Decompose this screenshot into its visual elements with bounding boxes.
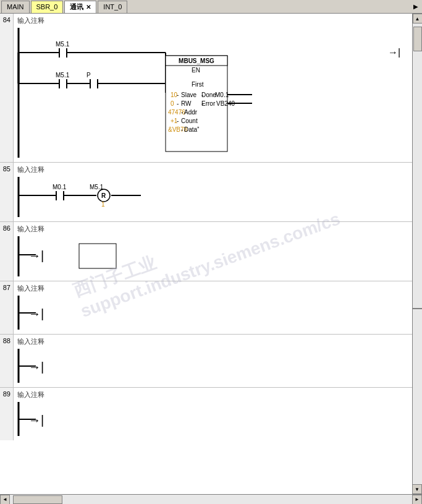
section-85: 85 输入注释 M0.1 M5.1 R (0, 163, 412, 222)
tab-bar: MAIN SBR_0 通讯 ✕ INT_0 ▶ (0, 0, 422, 14)
svg-rect-35 (79, 244, 116, 268)
ladder-svg-85: M0.1 M5.1 R 1 (17, 177, 400, 217)
tab-sbr0[interactable]: SBR_0 (31, 1, 64, 13)
line-number-84: 84 (0, 14, 14, 162)
comment-89: 输入注释 (17, 390, 410, 399)
contact1-label: M5.1 (56, 41, 70, 48)
rung-end-84: →| (388, 47, 400, 58)
block-en: EN (192, 67, 200, 74)
tab-int0[interactable]: INT_0 (98, 1, 127, 13)
comment-87: 输入注释 (17, 284, 410, 293)
line-number-87: 87 (0, 281, 14, 334)
block-count-dash: - (177, 117, 179, 124)
ladder-svg-89: →| (17, 402, 400, 436)
section-body-87: 输入注释 →| (14, 281, 412, 334)
line-number-85: 85 (0, 163, 14, 221)
scroll-down-button[interactable]: ▼ (412, 484, 422, 494)
contact-85-label: M0.1 (53, 184, 67, 190)
block-title: MBUS_MSG (179, 58, 214, 64)
scrollbar-bottom: ◄ ► (0, 494, 422, 504)
block-rw-dash: - (177, 100, 179, 107)
block-count-lbl: Count (181, 117, 198, 124)
block-done-dash: - (201, 92, 203, 98)
section-body-86: 输入注释 →| (14, 222, 412, 281)
block-error-dash: - (201, 100, 203, 107)
rung-end-88: →| (28, 360, 44, 374)
section-86: 86 输入注释 →| (0, 222, 412, 281)
scroll-track-right[interactable] (413, 23, 423, 494)
section-body-84: 输入注释 M5.1 (14, 14, 412, 162)
section-88: 88 输入注释 →| (0, 335, 412, 388)
scroll-track-bottom[interactable] (10, 495, 412, 505)
block-done-lbl: Done (201, 92, 216, 98)
tab-main[interactable]: MAIN (1, 1, 30, 13)
ladder-svg-87: →| (17, 296, 400, 330)
scroll-left-button[interactable]: ◄ (0, 495, 10, 505)
tab-close-icon[interactable]: ✕ (86, 4, 91, 11)
block-data-dash: - (181, 126, 183, 133)
scroll-thumb-right[interactable] (413, 27, 422, 51)
line-number-86: 86 (0, 222, 14, 281)
block-slave-dash: - (177, 92, 179, 98)
scroll-right-button[interactable]: ► (412, 495, 422, 505)
section-84: 84 输入注释 M5.1 (0, 14, 412, 163)
comment-85: 输入注释 (17, 165, 410, 174)
block-addr-dash: - (181, 109, 183, 116)
scroll-thumb-bottom[interactable] (13, 495, 62, 504)
rung-end-86: →| (28, 249, 44, 262)
comment-88: 输入注释 (17, 337, 410, 346)
coil-85-val: 1 (101, 201, 105, 208)
block-done-val: M0.1 (215, 92, 229, 98)
tab-scroll-arrow[interactable]: ▶ (411, 3, 421, 10)
section-body-88: 输入注释 →| (14, 335, 412, 387)
rung-end-87: →| (28, 307, 44, 320)
section-body-85: 输入注释 M0.1 M5.1 R 1 (14, 163, 412, 221)
block-first: First (192, 81, 204, 88)
scrollbar-right: ▲ ▼ (412, 14, 422, 494)
section-89: 89 输入注释 →| (0, 388, 412, 440)
section-87: 87 输入注释 →| (0, 281, 412, 335)
block-addr-lbl: Addr (184, 109, 198, 116)
block-rw-lbl: RW (181, 100, 192, 107)
coil-85-type: R (101, 192, 106, 199)
ladder-svg-88: →| (17, 349, 400, 383)
line-number-89: 89 (0, 388, 14, 440)
section-body-89: 输入注释 →| (14, 388, 412, 440)
ladder-svg-86: →| (17, 236, 400, 276)
line-number-88: 88 (0, 335, 14, 387)
block-data-lbl: Data” (184, 126, 199, 133)
contact2-label: M5.1 (56, 72, 70, 79)
ladder-svg-84: M5.1 M5.1 (17, 28, 400, 158)
p-label: P (87, 72, 91, 79)
comment-86: 输入注释 (17, 224, 410, 234)
tab-comm[interactable]: 通讯 ✕ (64, 1, 96, 13)
block-rw-val: 0 (171, 100, 174, 107)
rung-end-89: →| (28, 413, 44, 427)
comment-84: 输入注释 (17, 16, 410, 25)
block-slave-lbl: Slave (181, 92, 196, 98)
block-error-lbl: Error (201, 100, 216, 107)
scroll-up-button[interactable]: ▲ (413, 14, 423, 23)
